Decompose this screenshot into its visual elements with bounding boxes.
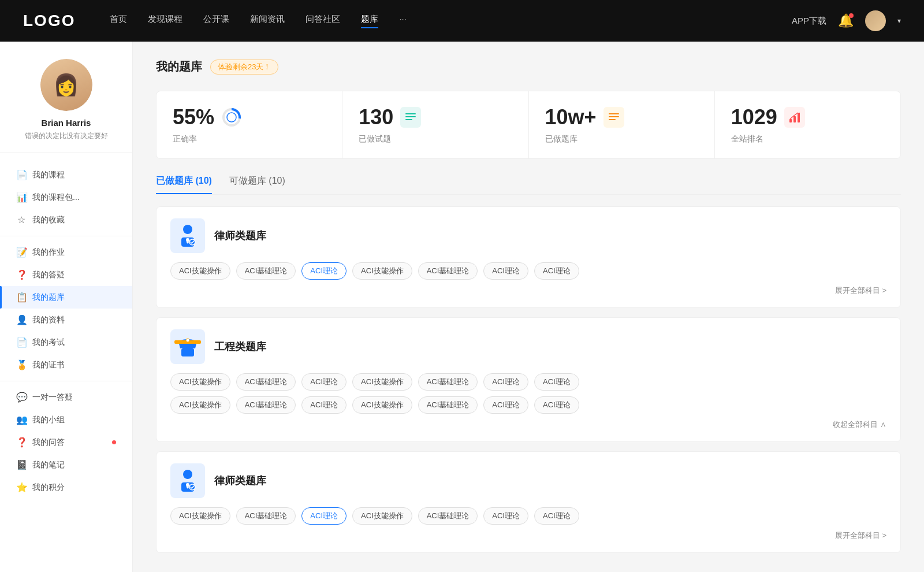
question-bank-icon: 📋 bbox=[16, 292, 27, 303]
tag-item[interactable]: ACI理论 bbox=[534, 373, 579, 391]
bank-tags-row2: ACI技能操作 ACI基础理论 ACI理论 ACI技能操作 ACI基础理论 AC… bbox=[170, 396, 886, 414]
tag-item[interactable]: ACI基础理论 bbox=[236, 396, 296, 414]
sidebar-item-group[interactable]: 👥 我的小组 bbox=[0, 408, 132, 431]
svg-point-13 bbox=[183, 225, 192, 234]
bank-title: 律师类题库 bbox=[214, 229, 266, 243]
lawyer-bank-icon-2 bbox=[170, 463, 205, 498]
tag-item[interactable]: ACI理论 bbox=[301, 396, 346, 414]
tab-available-banks[interactable]: 可做题库 (10) bbox=[229, 175, 285, 194]
ranking-icon bbox=[784, 107, 805, 128]
stat-top: 10w+ bbox=[545, 105, 698, 129]
nav-link-question-bank[interactable]: 题库 bbox=[361, 14, 378, 28]
sidebar: 👩 Brian Harris 错误的决定比没有决定要好 📄 我的课程 📊 我的课… bbox=[0, 42, 133, 572]
stat-value: 10w+ bbox=[545, 105, 597, 129]
tag-item[interactable]: ACI技能操作 bbox=[352, 262, 412, 280]
sidebar-item-questions[interactable]: ❓ 我的答疑 bbox=[0, 263, 132, 286]
svg-point-18 bbox=[186, 339, 189, 342]
svg-rect-6 bbox=[609, 113, 619, 114]
tag-item[interactable]: ACI技能操作 bbox=[352, 396, 412, 414]
sidebar-label: 我的收藏 bbox=[32, 215, 116, 225]
tag-item[interactable]: ACI技能操作 bbox=[352, 507, 412, 525]
tag-item[interactable]: ACI基础理论 bbox=[236, 262, 296, 280]
tag-item[interactable]: ACI技能操作 bbox=[352, 373, 412, 391]
questions-icon: ❓ bbox=[16, 269, 27, 280]
bank-card-header: 工程类题库 bbox=[170, 329, 886, 364]
expand-button-3[interactable]: 展开全部科目 > bbox=[170, 530, 886, 541]
svg-rect-9 bbox=[789, 119, 792, 122]
tag-item[interactable]: ACI理论 bbox=[301, 373, 346, 391]
tag-item[interactable]: ACI技能操作 bbox=[170, 396, 230, 414]
course-package-icon: 📊 bbox=[16, 192, 27, 203]
tag-item[interactable]: ACI基础理论 bbox=[418, 396, 478, 414]
sidebar-item-courses[interactable]: 📄 我的课程 bbox=[0, 164, 132, 186]
sidebar-item-exam[interactable]: 📄 我的考试 bbox=[0, 331, 132, 354]
tag-item[interactable]: ACI理论 bbox=[483, 262, 528, 280]
expand-button-1[interactable]: 展开全部科目 > bbox=[170, 285, 886, 296]
tag-item[interactable]: ACI理论 bbox=[483, 396, 528, 414]
bank-card-lawyer-1: 律师类题库 ACI技能操作 ACI基础理论 ACI理论 ACI技能操作 ACI基… bbox=[156, 206, 901, 308]
stats-row: 55% 正确率 130 bbox=[156, 91, 901, 159]
sidebar-label: 我的积分 bbox=[32, 482, 116, 493]
pie-chart-icon bbox=[221, 107, 242, 128]
bank-card-header: 律师类题库 bbox=[170, 463, 886, 498]
tag-item[interactable]: ACI理论 bbox=[483, 373, 528, 391]
nav-link-discover[interactable]: 发现课程 bbox=[148, 14, 182, 28]
nav-link-home[interactable]: 首页 bbox=[110, 14, 127, 28]
favorites-icon: ☆ bbox=[16, 214, 27, 225]
nav-link-qa[interactable]: 问答社区 bbox=[305, 14, 340, 28]
tag-item[interactable]: ACI基础理论 bbox=[418, 373, 478, 391]
collapse-button[interactable]: 收起全部科目 ∧ bbox=[170, 419, 886, 430]
tag-item[interactable]: ACI技能操作 bbox=[170, 507, 230, 525]
nav-link-openclass[interactable]: 公开课 bbox=[203, 14, 229, 28]
sidebar-item-homework[interactable]: 📝 我的作业 bbox=[0, 241, 132, 263]
svg-point-20 bbox=[183, 470, 192, 479]
sidebar-label: 我的小组 bbox=[32, 415, 116, 425]
bank-title: 律师类题库 bbox=[214, 474, 266, 488]
sidebar-menu: 📄 我的课程 📊 我的课程包... ☆ 我的收藏 📝 我的作业 ❓ 我的答疑 � bbox=[0, 159, 132, 503]
sidebar-item-tutoring[interactable]: 💬 一对一答疑 bbox=[0, 386, 132, 408]
lawyer-bank-icon bbox=[170, 218, 205, 253]
tag-item[interactable]: ACI基础理论 bbox=[236, 507, 296, 525]
chevron-down-icon[interactable]: ▾ bbox=[897, 17, 901, 25]
bank-tags-row1: ACI技能操作 ACI基础理论 ACI理论 ACI技能操作 ACI基础理论 AC… bbox=[170, 373, 886, 391]
sidebar-item-course-package[interactable]: 📊 我的课程包... bbox=[0, 186, 132, 209]
qa-dot bbox=[112, 440, 116, 444]
svg-point-15 bbox=[186, 238, 189, 242]
bank-card-lawyer-2: 律师类题库 ACI技能操作 ACI基础理论 ACI理论 ACI技能操作 ACI基… bbox=[156, 451, 901, 553]
sidebar-username: Brian Harris bbox=[42, 118, 91, 128]
sidebar-motto: 错误的决定比没有决定要好 bbox=[25, 131, 108, 141]
tag-item[interactable]: ACI基础理论 bbox=[418, 262, 478, 280]
tag-item[interactable]: ACI理论 bbox=[483, 507, 528, 525]
tag-item[interactable]: ACI基础理论 bbox=[236, 373, 296, 391]
sidebar-item-my-qa[interactable]: ❓ 我的问答 bbox=[0, 431, 132, 454]
sidebar-item-favorites[interactable]: ☆ 我的收藏 bbox=[0, 209, 132, 231]
sidebar-item-profile[interactable]: 👤 我的资料 bbox=[0, 309, 132, 331]
tag-item[interactable]: ACI理论 bbox=[534, 262, 579, 280]
avatar[interactable] bbox=[865, 10, 886, 31]
sidebar-item-question-bank[interactable]: 📋 我的题库 bbox=[0, 286, 132, 309]
tag-item[interactable]: ACI理论 bbox=[301, 262, 346, 280]
sidebar-label: 我的答疑 bbox=[32, 270, 116, 280]
tab-done-banks[interactable]: 已做题库 (10) bbox=[156, 175, 212, 194]
trial-badge: 体验剩余23天！ bbox=[210, 60, 278, 75]
tag-item[interactable]: ACI技能操作 bbox=[170, 373, 230, 391]
sidebar-item-certificate[interactable]: 🏅 我的证书 bbox=[0, 354, 132, 376]
page-header: 我的题库 体验剩余23天！ bbox=[156, 59, 901, 75]
tag-item[interactable]: ACI基础理论 bbox=[418, 507, 478, 525]
nav-link-news[interactable]: 新闻资讯 bbox=[250, 14, 285, 28]
tag-item[interactable]: ACI理论 bbox=[301, 507, 346, 525]
sidebar-item-notes[interactable]: 📓 我的笔记 bbox=[0, 454, 132, 476]
bank-card-engineer: 工程类题库 ACI技能操作 ACI基础理论 ACI理论 ACI技能操作 ACI基… bbox=[156, 317, 901, 442]
svg-rect-19 bbox=[181, 348, 194, 356]
notification-bell[interactable]: 🔔 bbox=[838, 13, 854, 28]
page-title: 我的题库 bbox=[156, 59, 202, 75]
sidebar-label: 我的问答 bbox=[32, 437, 106, 448]
group-icon: 👥 bbox=[16, 414, 27, 425]
tag-item[interactable]: ACI理论 bbox=[534, 396, 579, 414]
bell-dot bbox=[849, 13, 854, 18]
sidebar-item-points[interactable]: ⭐ 我的积分 bbox=[0, 476, 132, 499]
tag-item[interactable]: ACI理论 bbox=[534, 507, 579, 525]
nav-link-more[interactable]: ··· bbox=[399, 14, 407, 28]
app-download[interactable]: APP下载 bbox=[792, 16, 826, 27]
tag-item[interactable]: ACI技能操作 bbox=[170, 262, 230, 280]
